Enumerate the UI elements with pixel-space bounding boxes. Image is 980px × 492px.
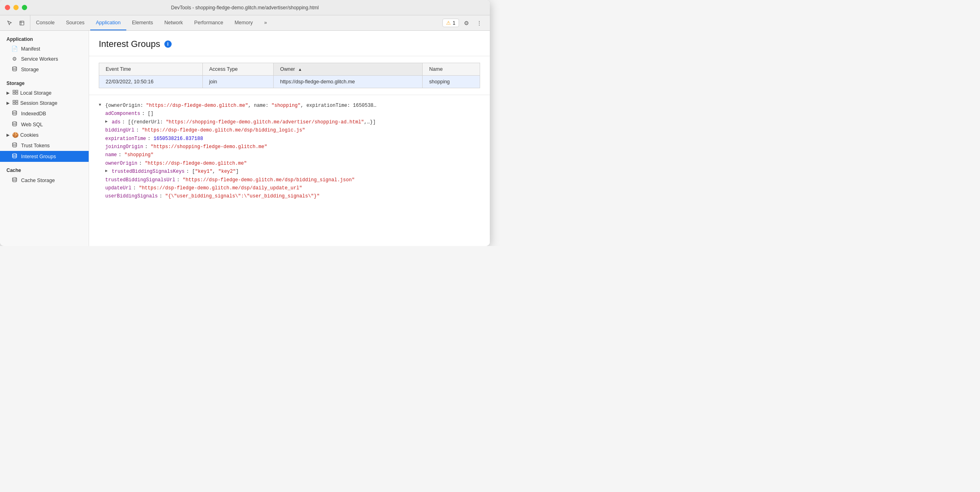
json-key: trustedBiddingSignalsKeys bbox=[112, 168, 185, 176]
titlebar-title: DevTools - shopping-fledge-demo.glitch.m… bbox=[171, 5, 319, 11]
toolbar-tabs: Console Sources Application Elements Net… bbox=[30, 15, 442, 30]
svg-rect-2 bbox=[13, 90, 15, 92]
json-line-trusted-url: trustedBiddingSignalsUrl: "https://dsp-f… bbox=[99, 176, 480, 184]
sidebar: Application 📄 Manifest ⚙ Service Workers… bbox=[0, 31, 89, 246]
expand-trusted-keys-arrow[interactable]: ▶ bbox=[105, 168, 110, 174]
sidebar-item-indexeddb[interactable]: IndexedDB bbox=[0, 108, 89, 119]
db-icon bbox=[12, 142, 17, 148]
json-line-root: ▼ {ownerOrigin: "https://dsp-fledge-demo… bbox=[99, 102, 480, 110]
tab-elements[interactable]: Elements bbox=[126, 15, 159, 30]
sidebar-item-label: Interest Groups bbox=[21, 154, 56, 159]
col-header-name[interactable]: Name bbox=[423, 63, 480, 76]
cell-event-time: 22/03/2022, 10:50:16 bbox=[99, 76, 203, 88]
tab-memory[interactable]: Memory bbox=[229, 15, 258, 30]
session-storage-icon bbox=[12, 100, 19, 106]
sidebar-item-service-workers[interactable]: ⚙ Service Workers bbox=[0, 54, 89, 64]
storage-icon bbox=[11, 66, 18, 73]
tab-application[interactable]: Application bbox=[90, 15, 126, 30]
json-key: userBiddingSignals bbox=[105, 192, 158, 200]
json-line-trusted-keys: ▶ trustedBiddingSignalsKeys: ["key1", "k… bbox=[99, 168, 480, 176]
json-line-name: name: "shopping" bbox=[99, 151, 480, 159]
toolbar: Console Sources Application Elements Net… bbox=[0, 15, 490, 31]
toolbar-icon-group bbox=[2, 15, 30, 30]
json-key: updateUrl bbox=[105, 184, 132, 192]
svg-rect-9 bbox=[16, 103, 18, 104]
json-line-update-url: updateUrl: "https://dsp-fledge-demo.glit… bbox=[99, 184, 480, 192]
json-line-joining-origin: joiningOrigin: "https://shopping-fledge-… bbox=[99, 143, 480, 151]
sidebar-item-session-storage[interactable]: ▶ Session Storage bbox=[0, 98, 89, 108]
maximize-button[interactable] bbox=[22, 5, 27, 10]
db-icon bbox=[12, 177, 17, 182]
svg-point-14 bbox=[13, 178, 17, 179]
col-header-access-type[interactable]: Access Type bbox=[202, 63, 273, 76]
json-key: biddingUrl bbox=[105, 126, 134, 134]
interest-groups-table: Event Time Access Type Owner ▲ Name 22/0… bbox=[99, 63, 480, 88]
tab-performance[interactable]: Performance bbox=[189, 15, 229, 30]
json-key: ads bbox=[112, 118, 121, 126]
svg-point-11 bbox=[13, 122, 17, 123]
sidebar-item-trust-tokens[interactable]: Trust Tokens bbox=[0, 140, 89, 151]
toolbar-right: ⚠ 1 ⚙ ⋮ bbox=[442, 17, 488, 29]
trust-tokens-icon bbox=[11, 142, 18, 149]
json-line-bidding-url: biddingUrl: "https://dsp-fledge-demo.gli… bbox=[99, 126, 480, 134]
json-line-user-bidding-signals: userBiddingSignals: "{\"user_bidding_sig… bbox=[99, 192, 480, 200]
sidebar-item-interest-groups[interactable]: Interest Groups bbox=[0, 151, 89, 162]
titlebar: DevTools - shopping-fledge-demo.glitch.m… bbox=[0, 0, 490, 15]
table-row[interactable]: 22/03/2022, 10:50:16 join https://dsp-fl… bbox=[99, 76, 480, 88]
tab-network[interactable]: Network bbox=[159, 15, 189, 30]
json-line-expiration: expirationTime: 1650538216.837188 bbox=[99, 135, 480, 143]
svg-point-10 bbox=[13, 111, 17, 112]
sidebar-item-label: Cache Storage bbox=[21, 178, 55, 183]
close-button[interactable] bbox=[5, 5, 10, 10]
warning-badge[interactable]: ⚠ 1 bbox=[442, 19, 459, 27]
col-header-owner[interactable]: Owner ▲ bbox=[273, 63, 422, 76]
svg-rect-3 bbox=[16, 90, 18, 92]
svg-point-1 bbox=[13, 67, 17, 68]
sidebar-item-cookies[interactable]: ▶ 🍪 Cookies bbox=[0, 130, 89, 140]
devtools-window: DevTools - shopping-fledge-demo.glitch.m… bbox=[0, 0, 490, 246]
content-area: Interest Groups i Event Time Access Type… bbox=[89, 31, 490, 246]
sidebar-item-storage[interactable]: Storage bbox=[0, 64, 89, 75]
sidebar-item-web-sql[interactable]: Web SQL bbox=[0, 119, 89, 130]
service-workers-icon: ⚙ bbox=[11, 56, 18, 62]
cursor-icon-button[interactable] bbox=[4, 17, 15, 29]
expand-arrow-icon: ▶ bbox=[6, 91, 11, 95]
sidebar-section-application: Application bbox=[0, 34, 89, 44]
interest-groups-icon bbox=[11, 153, 18, 160]
svg-rect-6 bbox=[13, 100, 15, 102]
warning-count: 1 bbox=[453, 20, 455, 26]
tab-sources[interactable]: Sources bbox=[60, 15, 90, 30]
more-menu-button[interactable]: ⋮ bbox=[474, 17, 485, 29]
cell-access-type: join bbox=[202, 76, 273, 88]
json-line-owner-origin: ownerOrigin: "https://dsp-fledge-demo.gl… bbox=[99, 159, 480, 168]
sidebar-item-cache-storage[interactable]: Cache Storage bbox=[0, 175, 89, 186]
main-area: Application 📄 Manifest ⚙ Service Workers… bbox=[0, 31, 490, 246]
sidebar-item-manifest[interactable]: 📄 Manifest bbox=[0, 44, 89, 54]
expand-root-arrow[interactable]: ▼ bbox=[99, 102, 104, 108]
info-icon-button[interactable]: i bbox=[164, 40, 172, 48]
inspect-icon-button[interactable] bbox=[16, 17, 28, 29]
svg-rect-8 bbox=[13, 103, 15, 104]
sidebar-item-label: Cookies bbox=[20, 132, 38, 138]
json-root-text: {ownerOrigin: "https://dsp-fledge-demo.g… bbox=[105, 102, 376, 110]
table-header-row: Event Time Access Type Owner ▲ Name bbox=[99, 63, 480, 76]
warning-icon: ⚠ bbox=[446, 20, 451, 26]
tab-more[interactable]: » bbox=[259, 15, 273, 30]
page-title-row: Interest Groups i bbox=[99, 39, 480, 49]
json-key: trustedBiddingSignalsUrl bbox=[105, 176, 175, 184]
svg-rect-0 bbox=[20, 21, 24, 25]
interest-groups-table-container: Event Time Access Type Owner ▲ Name 22/0… bbox=[89, 56, 490, 95]
expand-arrow-icon: ▶ bbox=[6, 133, 11, 137]
minimize-button[interactable] bbox=[13, 5, 19, 10]
sidebar-item-local-storage[interactable]: ▶ Local Storage bbox=[0, 88, 89, 98]
indexeddb-icon bbox=[11, 110, 18, 117]
grid-icon bbox=[13, 100, 18, 105]
sort-arrow-icon: ▲ bbox=[298, 67, 302, 72]
sidebar-item-label: Trust Tokens bbox=[21, 143, 50, 148]
col-header-event-time[interactable]: Event Time bbox=[99, 63, 203, 76]
expand-ads-arrow[interactable]: ▶ bbox=[105, 118, 110, 125]
settings-button[interactable]: ⚙ bbox=[461, 17, 472, 29]
grid-icon bbox=[13, 90, 18, 95]
cell-owner: https://dsp-fledge-demo.glitch.me bbox=[273, 76, 422, 88]
tab-console[interactable]: Console bbox=[30, 15, 60, 30]
